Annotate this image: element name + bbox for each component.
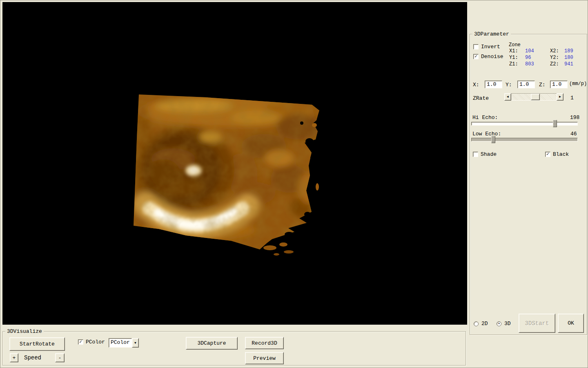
zrate-thumb[interactable] xyxy=(531,94,540,100)
shade-checkbox[interactable]: Shade xyxy=(473,152,497,157)
3dvisualize-title: 3DVisualize xyxy=(5,328,44,334)
speed-plus-button[interactable]: + xyxy=(10,353,18,362)
radio-3d-label: 3D xyxy=(504,321,511,327)
radio-2d[interactable]: 2D xyxy=(474,321,488,327)
hi-echo-value: 198 xyxy=(570,114,579,121)
3dstart-button[interactable]: 3DStart xyxy=(519,314,555,333)
zrate-label: ZRate xyxy=(473,95,489,101)
scale-y-input[interactable]: 1.0 xyxy=(517,81,535,88)
check-icon: ✓ xyxy=(546,152,549,157)
low-echo-label: Low Echo: xyxy=(472,131,501,137)
zone-row-x: X1: 104 X2: 189 xyxy=(470,48,588,54)
volume-render xyxy=(2,2,467,325)
radio-2d-circle xyxy=(474,321,479,326)
zone-z1-value: 803 xyxy=(525,61,534,67)
low-echo-thumb[interactable] xyxy=(491,136,495,143)
hi-echo-track[interactable] xyxy=(471,122,578,126)
speed-minus-button[interactable]: - xyxy=(55,353,65,362)
scale-unit-label: (mm/p) xyxy=(569,81,587,87)
zone-row-z: Z1: 803 Z2: 941 xyxy=(470,61,588,67)
zrate-left-arrow-icon[interactable]: ◄ xyxy=(504,93,511,101)
shade-label: Shade xyxy=(481,152,497,157)
pcolor-checkbox[interactable]: ✓ PColor xyxy=(78,339,105,345)
black-label: Black xyxy=(553,152,569,157)
scale-z-label: Z: xyxy=(539,82,546,88)
zone-z1-label: Z1: xyxy=(509,61,518,67)
radio-dot-icon: ● xyxy=(498,323,500,325)
zone-x1-label: X1: xyxy=(509,48,518,54)
3dcapture-button[interactable]: 3DCapture xyxy=(186,337,238,350)
speed-label: Speed xyxy=(24,355,41,361)
zone-y2-label: Y2: xyxy=(550,55,559,61)
low-echo-track[interactable] xyxy=(471,138,578,141)
record3d-button[interactable]: Record3D xyxy=(245,337,284,349)
zone-x2-label: X2: xyxy=(550,48,559,54)
pcolor-checkbox-label: PColor xyxy=(86,339,105,345)
zone-title: Zone xyxy=(509,42,521,48)
zone-z2-label: Z2: xyxy=(550,61,559,67)
scale-x-label: X: xyxy=(473,82,479,88)
scale-z-input[interactable]: 1.0 xyxy=(550,81,568,88)
shade-checkbox-box xyxy=(473,152,478,157)
zrate-scrollbar[interactable]: ◄ ► xyxy=(504,93,564,101)
pcolor-checkbox-box: ✓ xyxy=(78,339,83,345)
panel-3dparameter: 3DParameter Invert ✓ Denoise Zone X1: 10… xyxy=(470,34,587,335)
preview-button[interactable]: Preview xyxy=(245,352,284,364)
3d-viewport[interactable] xyxy=(2,2,467,325)
radio-3d[interactable]: ● 3D xyxy=(497,321,511,327)
chevron-down-icon[interactable]: ▼ xyxy=(132,338,139,348)
check-icon: ✓ xyxy=(79,340,82,344)
zrate-value: 1 xyxy=(570,95,574,101)
zone-x2-value: 189 xyxy=(564,48,573,54)
ok-button[interactable]: OK xyxy=(558,314,584,333)
hi-echo-label: Hi Echo: xyxy=(472,114,498,121)
zone-x1-value: 104 xyxy=(525,48,534,54)
start-rotate-button[interactable]: StartRotate xyxy=(9,337,65,351)
scale-x-input[interactable]: 1.0 xyxy=(485,81,502,88)
scale-y-label: Y: xyxy=(506,82,512,88)
zone-y1-value: 96 xyxy=(525,55,531,61)
app-window: 3DParameter Invert ✓ Denoise Zone X1: 10… xyxy=(0,0,588,368)
black-checkbox-box: ✓ xyxy=(545,152,550,157)
zrate-track[interactable] xyxy=(511,93,557,101)
zone-y2-value: 180 xyxy=(564,55,573,61)
hi-echo-thumb[interactable] xyxy=(553,120,557,127)
zone-y1-label: Y1: xyxy=(509,55,518,61)
low-echo-value: 46 xyxy=(570,131,577,137)
panel-3dvisualize: 3DVisualize StartRotate ✓ PColor PColor … xyxy=(2,331,466,366)
pcolor-dropdown[interactable]: PColor ▼ xyxy=(109,338,139,348)
pcolor-dropdown-value: PColor xyxy=(109,338,132,348)
zone-z2-value: 941 xyxy=(564,61,573,67)
radio-3d-circle: ● xyxy=(497,321,501,326)
3dparameter-title: 3DParameter xyxy=(472,31,511,37)
zrate-right-arrow-icon[interactable]: ► xyxy=(557,93,564,101)
zone-row-y: Y1: 96 Y2: 180 xyxy=(470,55,588,61)
black-checkbox[interactable]: ✓ Black xyxy=(545,152,569,157)
radio-2d-label: 2D xyxy=(481,321,488,327)
